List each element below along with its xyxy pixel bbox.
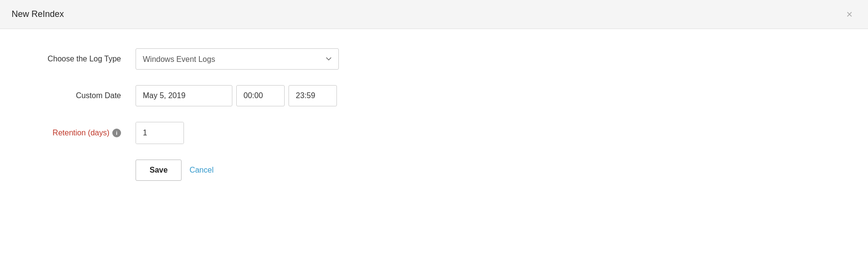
retention-info-icon: i [112,129,121,137]
custom-date-label: Custom Date [29,91,136,100]
retention-row: Retention (days) i ▲ ▼ [29,122,839,144]
log-type-row: Choose the Log Type Windows Event Logs S… [29,48,839,70]
new-reindex-dialog: New ReIndex × Choose the Log Type Window… [0,0,868,278]
save-button[interactable]: Save [136,160,182,181]
log-type-select[interactable]: Windows Event Logs Syslog Application Lo… [136,48,339,70]
dialog-body: Choose the Log Type Windows Event Logs S… [0,29,868,278]
retention-label: Retention (days) [53,129,109,137]
retention-spinner: ▲ ▼ [136,122,184,144]
cancel-button[interactable]: Cancel [189,166,213,175]
time-end-input[interactable] [289,85,337,106]
time-start-input[interactable] [236,85,285,106]
date-input[interactable] [136,85,232,106]
buttons-row: Save Cancel [136,160,839,181]
date-fields [136,85,337,106]
custom-date-row: Custom Date [29,85,839,106]
log-type-label: Choose the Log Type [29,55,136,63]
close-button[interactable]: × [842,7,856,22]
dialog-title: New ReIndex [12,9,64,19]
retention-label-wrapper: Retention (days) i [29,129,136,137]
dialog-header: New ReIndex × [0,0,868,29]
retention-input[interactable] [136,122,184,144]
